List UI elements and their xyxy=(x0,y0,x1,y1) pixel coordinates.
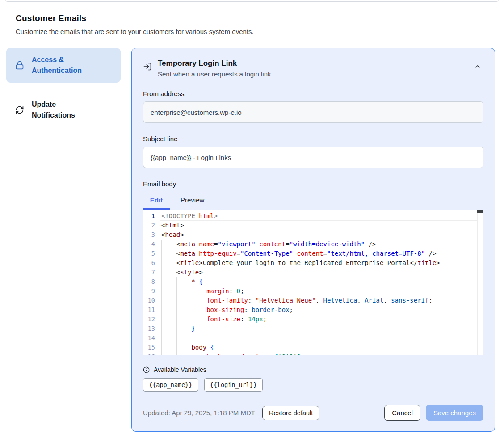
log-in-icon xyxy=(143,62,152,71)
code-line[interactable]: background-color: #f9f9f9; xyxy=(161,352,477,355)
available-variables-label: Available Variables xyxy=(154,366,206,373)
email-body-code-editor[interactable]: 12345678910111213141516 <!DOCTYPE html><… xyxy=(143,210,483,355)
line-number: 7 xyxy=(143,268,159,277)
page-title: Customer Emails xyxy=(16,13,504,23)
indent-guide xyxy=(176,305,177,315)
code-line[interactable]: body { xyxy=(161,343,477,352)
indent-guide xyxy=(161,296,162,305)
code-line[interactable]: margin: 0; xyxy=(161,286,477,296)
previous-card-bottom-edge xyxy=(5,0,499,2)
indent-guide xyxy=(176,333,177,343)
email-body-label: Email body xyxy=(143,180,483,188)
refresh-icon xyxy=(15,105,24,114)
email-types-sidebar: Access & Authentication Update Notificat… xyxy=(6,48,121,127)
temporary-login-link-panel: Temporary Login Link Sent when a user re… xyxy=(131,48,495,432)
indent-guide xyxy=(161,268,162,277)
line-number: 2 xyxy=(143,221,159,230)
code-line[interactable]: } xyxy=(161,324,477,333)
code-line[interactable]: * { xyxy=(161,277,477,286)
code-line[interactable]: <meta http-equiv="Content-Type" content=… xyxy=(161,249,477,258)
code-line[interactable]: box-sizing: border-box; xyxy=(161,305,477,315)
restore-default-button[interactable]: Restore default xyxy=(262,406,319,420)
indent-guide xyxy=(161,258,162,268)
tab-edit[interactable]: Edit xyxy=(143,192,170,210)
line-number: 15 xyxy=(143,343,159,352)
code-line[interactable]: <html> xyxy=(161,221,477,230)
variable-chips: {{app_name}} {{login_url}} xyxy=(143,378,483,392)
indent-guide xyxy=(161,286,162,296)
cancel-button[interactable]: Cancel xyxy=(384,405,420,421)
code-line[interactable]: <!DOCTYPE html> xyxy=(161,211,477,221)
code-line[interactable]: <style> xyxy=(161,268,477,277)
lock-icon xyxy=(15,61,24,70)
line-number: 12 xyxy=(143,315,159,324)
line-number: 3 xyxy=(143,230,159,240)
line-number: 14 xyxy=(143,333,159,343)
indent-guide xyxy=(176,352,177,355)
code-line[interactable]: <meta name="viewport" content="width=dev… xyxy=(161,240,477,249)
code-line[interactable] xyxy=(161,333,477,343)
indent-guide xyxy=(161,333,162,343)
indent-guide xyxy=(161,249,162,258)
line-number: 16 xyxy=(143,352,159,355)
indent-guide xyxy=(161,352,162,355)
indent-guide xyxy=(176,286,177,296)
line-number: 4 xyxy=(143,240,159,249)
sidebar-item-label: Update Notifications xyxy=(32,99,99,121)
panel-footer: Updated: Apr 29, 2025, 1:18 PM MDT Resto… xyxy=(143,405,483,421)
editor-gutter: 12345678910111213141516 xyxy=(143,211,159,355)
from-address-input[interactable] xyxy=(143,101,483,123)
panel-title: Temporary Login Link xyxy=(158,59,271,68)
code-line[interactable]: <title>Complete your login to the Replic… xyxy=(161,258,477,268)
panel-subtitle: Sent when a user requests a login link xyxy=(158,70,271,78)
code-line[interactable]: font-family: "Helvetica Neue", Helvetica… xyxy=(161,296,477,305)
available-variables-row: Available Variables xyxy=(143,366,483,373)
indent-guide xyxy=(176,343,177,352)
indent-guide xyxy=(176,315,177,324)
indent-guide xyxy=(176,277,177,286)
line-number: 5 xyxy=(143,249,159,258)
sidebar-item-label: Access & Authentication xyxy=(32,55,99,76)
editor-scrollbar-track[interactable] xyxy=(477,210,483,355)
indent-guide xyxy=(161,277,162,286)
panel-header: Temporary Login Link Sent when a user re… xyxy=(143,59,483,78)
subject-line-label: Subject line xyxy=(143,135,483,143)
sidebar-item-update-notifications[interactable]: Update Notifications xyxy=(6,93,121,127)
page-header: Customer Emails Customize the emails tha… xyxy=(16,13,504,35)
save-changes-button[interactable]: Save changes xyxy=(426,405,483,421)
code-line[interactable]: font-size: 14px; xyxy=(161,315,477,324)
from-address-label: From address xyxy=(143,90,483,97)
line-number: 9 xyxy=(143,286,159,296)
line-number: 6 xyxy=(143,258,159,268)
indent-guide xyxy=(161,343,162,352)
page-description: Customize the emails that are sent to yo… xyxy=(16,28,504,35)
variable-chip-app-name[interactable]: {{app_name}} xyxy=(143,378,198,392)
info-icon xyxy=(143,366,150,373)
indent-guide xyxy=(161,240,162,249)
chevron-up-icon xyxy=(475,63,481,70)
indent-guide xyxy=(176,324,177,333)
editor-scrollbar-thumb[interactable] xyxy=(477,210,483,213)
editor-code[interactable]: <!DOCTYPE html><html><head> <meta name="… xyxy=(161,211,477,355)
line-number: 1 xyxy=(143,211,159,221)
indent-guide xyxy=(161,315,162,324)
sidebar-item-access-authentication[interactable]: Access & Authentication xyxy=(6,48,121,83)
collapse-panel-button[interactable] xyxy=(472,61,483,74)
variable-chip-login-url[interactable]: {{login_url}} xyxy=(204,378,263,392)
code-line[interactable]: <head> xyxy=(161,230,477,240)
updated-timestamp: Updated: Apr 29, 2025, 1:18 PM MDT xyxy=(143,409,255,417)
indent-guide xyxy=(161,324,162,333)
line-number: 13 xyxy=(143,324,159,333)
tab-preview[interactable]: Preview xyxy=(170,192,215,210)
indent-guide xyxy=(176,296,177,305)
line-number: 8 xyxy=(143,277,159,286)
line-number: 10 xyxy=(143,296,159,305)
email-body-tabs: Edit Preview xyxy=(143,192,483,210)
line-number: 11 xyxy=(143,305,159,315)
indent-guide xyxy=(161,305,162,315)
subject-line-input[interactable] xyxy=(143,147,483,168)
